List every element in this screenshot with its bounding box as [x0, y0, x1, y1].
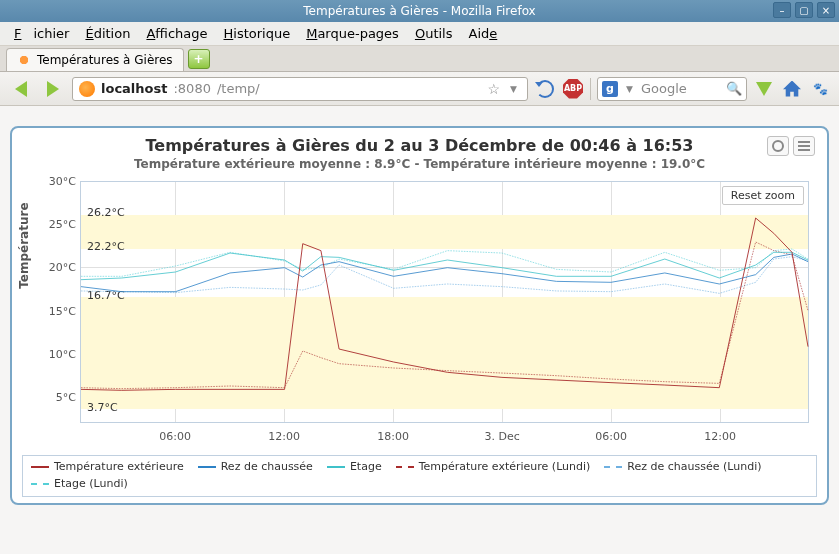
- legend-item[interactable]: Etage (Lundi): [31, 477, 128, 490]
- search-bar[interactable]: g ▼ Google 🔍: [597, 77, 747, 101]
- chart-title: Températures à Gières du 2 au 3 Décembre…: [22, 136, 817, 155]
- legend-item[interactable]: Température extérieure: [31, 460, 184, 473]
- download-arrow-icon: [756, 82, 772, 96]
- forward-button[interactable]: [40, 76, 66, 102]
- site-favicon-icon: [79, 81, 95, 97]
- legend-swatch-icon: [604, 466, 622, 468]
- browser-tab[interactable]: Températures à Gières: [6, 48, 184, 71]
- menu-bookmarks[interactable]: Marque-pages: [300, 23, 405, 44]
- legend-item[interactable]: Rez de chaussée: [198, 460, 313, 473]
- home-button[interactable]: [781, 78, 803, 100]
- url-bar[interactable]: localhost:8080/temp/ ☆ ▼: [72, 77, 528, 101]
- home-icon: [783, 81, 801, 97]
- legend-swatch-icon: [198, 466, 216, 468]
- y-axis-label: Température: [17, 202, 31, 288]
- url-path: /temp/: [217, 81, 260, 96]
- x-tick: 12:00: [704, 430, 736, 443]
- plot-area: Reset zoom 26.2°C 22.2°C 16.7°C 3.7°C: [80, 181, 809, 423]
- legend-item[interactable]: Température extérieure (Lundi): [396, 460, 591, 473]
- url-dropdown-icon[interactable]: ▼: [506, 84, 521, 94]
- legend-label: Etage (Lundi): [54, 477, 128, 490]
- legend-label: Température extérieure: [54, 460, 184, 473]
- y-tick: 10°C: [42, 348, 76, 361]
- window-titlebar: Températures à Gières - Mozilla Firefox …: [0, 0, 839, 22]
- maximize-button[interactable]: ▢: [795, 2, 813, 18]
- toolbar-separator: [590, 78, 591, 100]
- y-tick: 25°C: [42, 218, 76, 231]
- y-tick: 30°C: [42, 175, 76, 188]
- window-title: Températures à Gières - Mozilla Firefox: [303, 4, 535, 18]
- series-ext-lundi: [81, 242, 808, 389]
- chart-plot[interactable]: Température 30°C 25°C 20°C 15°C 10°C 5°C…: [26, 177, 815, 447]
- y-tick: 5°C: [42, 391, 76, 404]
- legend-label: Rez de chaussée: [221, 460, 313, 473]
- adblock-button[interactable]: ABP: [562, 78, 584, 100]
- series-ext: [81, 218, 808, 390]
- tab-title: Températures à Gières: [37, 53, 173, 67]
- legend-item[interactable]: Etage: [327, 460, 382, 473]
- menu-bar: Fichier Édition Affichage Historique Mar…: [0, 22, 839, 46]
- downloads-button[interactable]: [753, 78, 775, 100]
- x-tick: 12:00: [268, 430, 300, 443]
- extension-icon: 🐾: [813, 82, 828, 96]
- x-tick: 06:00: [159, 430, 191, 443]
- series-rdc-lundi: [81, 257, 808, 294]
- url-host: localhost: [101, 81, 167, 96]
- series-etage: [81, 252, 808, 279]
- minimize-button[interactable]: –: [773, 2, 791, 18]
- menu-history[interactable]: Historique: [218, 23, 297, 44]
- nav-toolbar: localhost:8080/temp/ ☆ ▼ ABP g ▼ Google …: [0, 72, 839, 106]
- back-arrow-icon: [15, 81, 27, 97]
- new-tab-button[interactable]: +: [188, 49, 210, 69]
- tab-favicon-icon: [17, 53, 31, 67]
- chart-series: [81, 182, 808, 422]
- x-tick: 3. Dec: [485, 430, 520, 443]
- close-button[interactable]: ×: [817, 2, 835, 18]
- reload-icon: [536, 80, 554, 98]
- series-rdc: [81, 254, 808, 292]
- abp-icon: ABP: [563, 79, 583, 99]
- menu-tools[interactable]: Outils: [409, 23, 459, 44]
- bookmark-star-icon[interactable]: ☆: [488, 81, 501, 97]
- search-engine-icon: g: [602, 81, 618, 97]
- circle-icon: [772, 140, 784, 152]
- x-tick: 06:00: [595, 430, 627, 443]
- chart-subtitle: Température extérieure moyenne : 8.9°C -…: [22, 157, 817, 171]
- legend-item[interactable]: Rez de chaussée (Lundi): [604, 460, 761, 473]
- legend-swatch-icon: [31, 466, 49, 468]
- x-tick: 18:00: [377, 430, 409, 443]
- legend-swatch-icon: [31, 483, 49, 485]
- menu-edit[interactable]: Édition: [79, 23, 136, 44]
- chart-menu-button[interactable]: [793, 136, 815, 156]
- legend-label: Etage: [350, 460, 382, 473]
- tab-strip: Températures à Gières +: [0, 46, 839, 72]
- url-port: :8080: [173, 81, 210, 96]
- chart-legend: Température extérieure Rez de chaussée E…: [22, 455, 817, 497]
- y-tick: 15°C: [42, 305, 76, 318]
- legend-swatch-icon: [396, 466, 414, 468]
- back-button[interactable]: [8, 76, 34, 102]
- menu-view[interactable]: Affichage: [140, 23, 213, 44]
- menu-help[interactable]: Aide: [462, 23, 503, 44]
- extension-button[interactable]: 🐾: [809, 78, 831, 100]
- menu-file[interactable]: Fichier: [8, 23, 75, 44]
- chart-card: Températures à Gières du 2 au 3 Décembre…: [10, 126, 829, 505]
- legend-label: Rez de chaussée (Lundi): [627, 460, 761, 473]
- hamburger-icon: [798, 141, 810, 151]
- forward-arrow-icon: [47, 81, 59, 97]
- search-engine-dropdown-icon[interactable]: ▼: [622, 84, 637, 94]
- chart-export-button[interactable]: [767, 136, 789, 156]
- search-placeholder: Google: [641, 81, 722, 96]
- y-tick: 20°C: [42, 261, 76, 274]
- reload-button[interactable]: [534, 78, 556, 100]
- legend-swatch-icon: [327, 466, 345, 468]
- series-etage-lundi: [81, 249, 808, 276]
- search-submit-icon[interactable]: 🔍: [726, 81, 742, 96]
- legend-label: Température extérieure (Lundi): [419, 460, 591, 473]
